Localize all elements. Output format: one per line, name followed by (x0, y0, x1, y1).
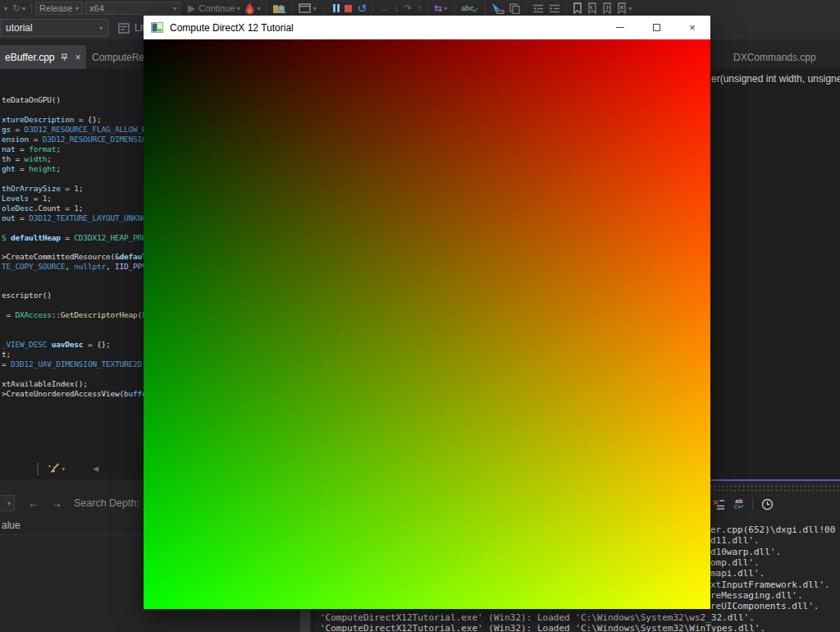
code-token: format (29, 144, 56, 153)
code-token: = (16, 144, 30, 153)
bookmark-icon (573, 2, 582, 14)
code-token: = {}; (83, 340, 110, 349)
code-token: xtureDescription (2, 115, 74, 124)
code-token: nat (2, 144, 16, 153)
output-line: 'ComputeDirectX12Tutorial.exe' (Win32): … (320, 624, 765, 632)
timestamp-toggle-button[interactable] (756, 498, 778, 511)
code-line: teDataOnGPU() (2, 95, 61, 105)
code-line: TE_COPY_SOURCE, nullptr, IID_PPV_ (2, 262, 144, 272)
code-line: >CreateCommittedResource(&default (2, 252, 144, 262)
code-token: ; (47, 154, 52, 163)
pause-button[interactable] (331, 1, 342, 16)
show-next-statement-button[interactable]: → (377, 1, 391, 16)
increase-indent-button[interactable] (546, 1, 563, 16)
maximize-button[interactable] (638, 16, 674, 39)
code-editor[interactable]: teDataOnGPU()xtureDescription = {};gs = … (0, 69, 144, 458)
show-threads-button[interactable]: ⇆ ▾ (431, 1, 450, 16)
output-line: er.cpp(652)\dxgi.dll!00 (710, 525, 835, 535)
scrollbar-left-arrow[interactable]: ◀ (93, 465, 98, 473)
output-line: d11.dll'. (710, 536, 760, 546)
step-over-button[interactable]: ↷ (401, 1, 414, 16)
restart-button[interactable]: ↺ (354, 1, 369, 16)
code-line: S defaultHeap = CD3DX12_HEAP_PROP (2, 233, 144, 243)
watch-frame-dropdown[interactable]: ▾ (0, 495, 15, 511)
toolbar-overflow-grip[interactable]: ⋮ (320, 4, 326, 12)
output-line: omp.dll'. (710, 558, 760, 568)
code-token: defaultHeap (11, 233, 61, 242)
code-token: DXAccess (16, 310, 52, 319)
code-token: = (61, 184, 75, 193)
pointer-keyboard-icon (491, 3, 504, 14)
close-button[interactable]: × (674, 16, 710, 39)
clear-output-button[interactable] (709, 499, 729, 510)
separator (266, 2, 267, 14)
code-line: ght = height; (2, 164, 61, 174)
code-line: escriptor() (2, 291, 52, 300)
undo-dropdown-caret[interactable]: ▾ (0, 1, 10, 16)
find-in-files-button[interactable] (270, 1, 289, 16)
code-token: ; (79, 204, 84, 213)
pin-icon[interactable] (61, 53, 70, 62)
code-line: xtureDescription = {}; (2, 115, 101, 125)
tab-dxcommands-cpp[interactable]: DXCommands.cpp (725, 45, 824, 69)
code-token: :: (52, 310, 61, 319)
tab-ebuffer-cpp[interactable]: eBuffer.cpp × (0, 45, 86, 69)
check-icon: ✓ (472, 6, 479, 15)
code-line: Levels = 1; (2, 194, 52, 204)
bookmark-prev-icon (587, 2, 597, 14)
separator (427, 2, 428, 14)
continue-button[interactable]: ▶ Continue ▾ (185, 1, 242, 16)
toolbar-overflow-grip[interactable]: ⋮ (451, 4, 457, 12)
step-out-button[interactable]: ↑ (414, 1, 424, 16)
app-window-titlebar[interactable]: Compute DirectX 12 Tutorial × (144, 16, 710, 39)
process-dropdown[interactable]: utorial ▾ (0, 19, 108, 37)
platform-dropdown[interactable]: x64▾ (85, 2, 180, 15)
step-into-icon: ↓ (394, 3, 399, 13)
output-toolbar: ab c↵ (709, 497, 778, 511)
toggle-bookmark-button[interactable] (570, 1, 585, 16)
step-over-icon: ↷ (404, 3, 412, 13)
code-token: th (2, 154, 11, 163)
bookmark-clear-icon (617, 2, 627, 14)
copy-button[interactable] (507, 1, 523, 16)
decrease-indent-button[interactable] (530, 1, 546, 16)
spellcheck-button[interactable]: abc ✓ (459, 1, 482, 16)
code-line: xtAvailableIndex(); (2, 379, 88, 389)
member-navigation-bar[interactable]: er(unsigned int width, unsigne (705, 69, 840, 89)
code-line: thOrArraySize = 1; (2, 184, 83, 194)
code-token: S (2, 233, 11, 242)
next-bookmark-button[interactable] (600, 1, 614, 16)
code-token: Levels (2, 194, 29, 203)
run-to-cursor-button[interactable] (489, 1, 507, 16)
window-layout-button[interactable]: ▾ (296, 1, 318, 16)
code-token: gs (2, 125, 11, 134)
pause-icon (333, 4, 340, 12)
close-icon[interactable]: × (75, 52, 81, 63)
code-token: ension (2, 135, 29, 144)
clear-bookmarks-button[interactable]: ▾ (614, 1, 634, 16)
watch-value-column-header[interactable]: alue (2, 520, 21, 531)
configuration-dropdown[interactable]: Release▾ (35, 2, 83, 15)
stop-button[interactable] (342, 1, 354, 16)
code-token: IID_PPV_ (115, 262, 144, 271)
prev-bookmark-button[interactable] (585, 1, 600, 16)
code-token: ; (47, 194, 52, 203)
gradient-canvas (144, 39, 710, 609)
code-editor-content: teDataOnGPU()xtureDescription = {};gs = … (0, 69, 144, 458)
lifecycle-events-icon (118, 23, 130, 34)
performance-profiler-button[interactable]: ▾ (242, 1, 262, 16)
minimize-button[interactable] (602, 16, 638, 39)
code-cleanup-button[interactable]: ▾ (48, 463, 65, 474)
redo-button[interactable]: ↻ ▾ (10, 1, 28, 16)
code-line: >CreateUnorderedAccessView(buffer (2, 389, 144, 399)
step-out-icon: ↑ (417, 3, 422, 13)
code-token: D3D12_UAV_DIMENSION_TEXTURE2D (11, 360, 142, 369)
word-wrap-button[interactable]: ab c↵ (729, 499, 749, 509)
watch-forward-button[interactable]: → (51, 497, 62, 510)
search-depth-label: Search Depth: (74, 497, 139, 509)
play-icon: ▶ (188, 3, 195, 13)
show-next-statement-icon: → (379, 3, 389, 13)
code-token: = (16, 213, 30, 222)
watch-back-button[interactable]: ← (28, 497, 39, 510)
step-into-button[interactable]: ↓ (391, 1, 401, 16)
